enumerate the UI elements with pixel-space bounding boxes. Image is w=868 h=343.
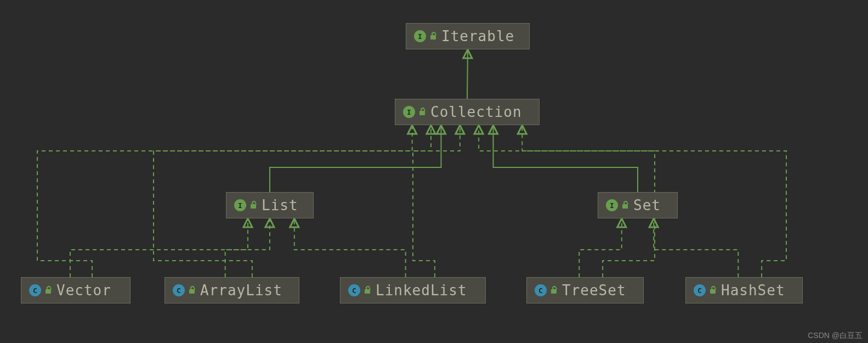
node-collection: ICollection (395, 99, 540, 125)
node-label: HashSet (721, 282, 785, 299)
class-icon: C (173, 284, 185, 296)
interface-icon: I (606, 199, 618, 211)
unlock-icon (621, 201, 630, 210)
node-label: Set (633, 197, 661, 213)
unlock-icon (418, 108, 427, 116)
node-arraylist: CArrayList (164, 277, 299, 303)
node-label: Vector (56, 282, 111, 299)
interface-icon: I (234, 199, 246, 211)
class-icon: C (694, 284, 706, 296)
unlock-icon (44, 286, 53, 295)
interface-icon: I (414, 30, 426, 42)
interface-icon: I (403, 106, 415, 118)
node-iterable: IIterable (406, 23, 530, 49)
unlock-icon (709, 286, 718, 295)
node-treeset: CTreeSet (526, 277, 644, 303)
class-icon: C (535, 284, 547, 296)
node-linkedlist: CLinkedList (340, 277, 486, 303)
node-label: List (262, 197, 298, 213)
watermark: CSDN @白豆五 (808, 331, 863, 341)
unlock-icon (550, 286, 559, 295)
unlock-icon (249, 201, 258, 210)
node-vector: CVector (21, 277, 131, 303)
node-label: Iterable (441, 28, 514, 44)
node-label: ArrayList (200, 282, 282, 299)
node-label: LinkedList (376, 282, 467, 299)
unlock-icon (364, 286, 372, 295)
node-label: TreeSet (562, 282, 626, 299)
node-list: IList (226, 192, 314, 218)
node-label: Collection (430, 104, 522, 120)
node-hashset: CHashSet (685, 277, 803, 303)
unlock-icon (188, 286, 197, 295)
unlock-icon (429, 32, 438, 41)
class-icon: C (29, 284, 41, 296)
class-icon: C (348, 284, 360, 296)
node-set: ISet (598, 192, 678, 218)
